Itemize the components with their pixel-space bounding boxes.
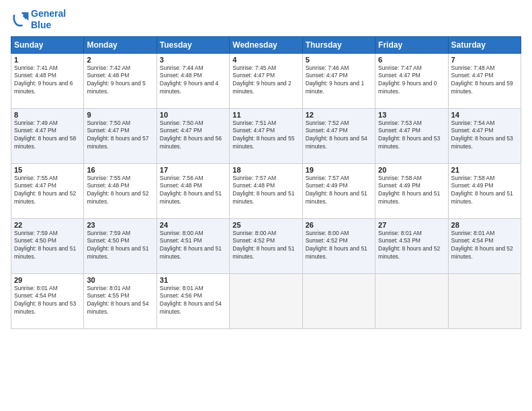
- day-number: 4: [232, 56, 299, 64]
- day-info: Sunrise: 7:50 AMSunset: 4:47 PMDaylight:…: [160, 120, 226, 152]
- calendar-cell: 8Sunrise: 7:49 AMSunset: 4:47 PMDaylight…: [11, 108, 84, 163]
- day-info: Sunrise: 7:51 AMSunset: 4:47 PMDaylight:…: [232, 120, 299, 152]
- calendar-cell: 26Sunrise: 8:00 AMSunset: 4:52 PMDayligh…: [302, 218, 375, 273]
- day-number: 12: [306, 111, 372, 119]
- day-info: Sunrise: 7:45 AMSunset: 4:47 PMDaylight:…: [232, 64, 299, 97]
- calendar-cell: 20Sunrise: 7:58 AMSunset: 4:49 PMDayligh…: [375, 163, 448, 218]
- day-number: 26: [306, 221, 372, 229]
- day-info: Sunrise: 7:46 AMSunset: 4:47 PMDaylight:…: [306, 64, 372, 97]
- calendar-cell: 29Sunrise: 8:01 AMSunset: 4:54 PMDayligh…: [11, 273, 84, 328]
- calendar-week-3: 15Sunrise: 7:55 AMSunset: 4:47 PMDayligh…: [11, 163, 521, 218]
- dow-header-monday: Monday: [84, 36, 157, 53]
- day-number: 1: [14, 56, 81, 64]
- calendar-cell: 24Sunrise: 8:00 AMSunset: 4:51 PMDayligh…: [157, 218, 229, 273]
- logo-icon: [11, 10, 30, 29]
- calendar-cell: [230, 273, 302, 328]
- day-info: Sunrise: 7:58 AMSunset: 4:49 PMDaylight:…: [378, 175, 445, 207]
- calendar-week-4: 22Sunrise: 7:59 AMSunset: 4:50 PMDayligh…: [11, 218, 521, 273]
- calendar-cell: 30Sunrise: 8:01 AMSunset: 4:55 PMDayligh…: [84, 273, 157, 328]
- day-info: Sunrise: 7:44 AMSunset: 4:48 PMDaylight:…: [160, 64, 226, 97]
- day-number: 31: [160, 276, 226, 284]
- day-info: Sunrise: 8:01 AMSunset: 4:53 PMDaylight:…: [378, 230, 445, 262]
- calendar-week-1: 1Sunrise: 7:41 AMSunset: 4:48 PMDaylight…: [11, 53, 521, 108]
- calendar-cell: 27Sunrise: 8:01 AMSunset: 4:53 PMDayligh…: [375, 218, 448, 273]
- calendar-cell: 10Sunrise: 7:50 AMSunset: 4:47 PMDayligh…: [157, 108, 229, 163]
- calendar-cell: 31Sunrise: 8:01 AMSunset: 4:56 PMDayligh…: [157, 273, 229, 328]
- day-number: 8: [14, 111, 81, 119]
- day-number: 20: [378, 166, 445, 174]
- dow-header-sunday: Sunday: [11, 36, 84, 53]
- day-info: Sunrise: 7:59 AMSunset: 4:50 PMDaylight:…: [87, 230, 153, 262]
- calendar-cell: 25Sunrise: 8:00 AMSunset: 4:52 PMDayligh…: [230, 218, 302, 273]
- calendar-cell: 23Sunrise: 7:59 AMSunset: 4:50 PMDayligh…: [84, 218, 157, 273]
- calendar-cell: 17Sunrise: 7:56 AMSunset: 4:48 PMDayligh…: [157, 163, 229, 218]
- calendar-cell: [448, 273, 521, 328]
- calendar-cell: [375, 273, 448, 328]
- day-number: 28: [451, 221, 518, 229]
- day-number: 25: [232, 221, 299, 229]
- day-info: Sunrise: 7:41 AMSunset: 4:48 PMDaylight:…: [14, 64, 81, 97]
- calendar-cell: 7Sunrise: 7:48 AMSunset: 4:47 PMDaylight…: [448, 53, 521, 108]
- day-info: Sunrise: 7:49 AMSunset: 4:47 PMDaylight:…: [14, 120, 81, 152]
- day-number: 9: [87, 111, 153, 119]
- header: General Blue: [11, 8, 521, 31]
- calendar-cell: 14Sunrise: 7:54 AMSunset: 4:47 PMDayligh…: [448, 108, 521, 163]
- calendar-table: SundayMondayTuesdayWednesdayThursdayFrid…: [11, 36, 521, 329]
- calendar-cell: 15Sunrise: 7:55 AMSunset: 4:47 PMDayligh…: [11, 163, 84, 218]
- day-info: Sunrise: 7:57 AMSunset: 4:49 PMDaylight:…: [306, 175, 372, 207]
- day-number: 29: [14, 276, 81, 284]
- dow-header-friday: Friday: [375, 36, 448, 53]
- calendar-cell: 11Sunrise: 7:51 AMSunset: 4:47 PMDayligh…: [230, 108, 302, 163]
- calendar-cell: 3Sunrise: 7:44 AMSunset: 4:48 PMDaylight…: [157, 53, 229, 108]
- calendar-cell: 16Sunrise: 7:55 AMSunset: 4:48 PMDayligh…: [84, 163, 157, 218]
- calendar-cell: 12Sunrise: 7:52 AMSunset: 4:47 PMDayligh…: [302, 108, 375, 163]
- calendar-cell: 28Sunrise: 8:01 AMSunset: 4:54 PMDayligh…: [448, 218, 521, 273]
- day-info: Sunrise: 7:57 AMSunset: 4:48 PMDaylight:…: [232, 175, 299, 207]
- day-info: Sunrise: 7:55 AMSunset: 4:48 PMDaylight:…: [87, 175, 153, 207]
- dow-header-wednesday: Wednesday: [230, 36, 302, 53]
- logo: General Blue: [11, 8, 66, 31]
- day-number: 16: [87, 166, 153, 174]
- calendar-cell: 9Sunrise: 7:50 AMSunset: 4:47 PMDaylight…: [84, 108, 157, 163]
- day-info: Sunrise: 8:00 AMSunset: 4:51 PMDaylight:…: [160, 230, 226, 262]
- day-info: Sunrise: 7:58 AMSunset: 4:49 PMDaylight:…: [451, 175, 518, 207]
- day-number: 27: [378, 221, 445, 229]
- day-number: 30: [87, 276, 153, 284]
- calendar-cell: 22Sunrise: 7:59 AMSunset: 4:50 PMDayligh…: [11, 218, 84, 273]
- day-number: 5: [306, 56, 372, 64]
- calendar-cell: 18Sunrise: 7:57 AMSunset: 4:48 PMDayligh…: [230, 163, 302, 218]
- day-number: 18: [232, 166, 299, 174]
- day-number: 19: [306, 166, 372, 174]
- calendar-week-5: 29Sunrise: 8:01 AMSunset: 4:54 PMDayligh…: [11, 273, 521, 328]
- dow-header-thursday: Thursday: [302, 36, 375, 53]
- day-number: 17: [160, 166, 226, 174]
- day-info: Sunrise: 8:00 AMSunset: 4:52 PMDaylight:…: [306, 230, 372, 262]
- calendar-cell: 4Sunrise: 7:45 AMSunset: 4:47 PMDaylight…: [230, 53, 302, 108]
- calendar-cell: 21Sunrise: 7:58 AMSunset: 4:49 PMDayligh…: [448, 163, 521, 218]
- calendar-cell: [302, 273, 375, 328]
- day-info: Sunrise: 7:52 AMSunset: 4:47 PMDaylight:…: [306, 120, 372, 152]
- day-info: Sunrise: 7:53 AMSunset: 4:47 PMDaylight:…: [378, 120, 445, 152]
- day-number: 22: [14, 221, 81, 229]
- day-info: Sunrise: 7:55 AMSunset: 4:47 PMDaylight:…: [14, 175, 81, 207]
- day-info: Sunrise: 7:56 AMSunset: 4:48 PMDaylight:…: [160, 175, 226, 207]
- day-number: 13: [378, 111, 445, 119]
- calendar-week-2: 8Sunrise: 7:49 AMSunset: 4:47 PMDaylight…: [11, 108, 521, 163]
- day-number: 24: [160, 221, 226, 229]
- days-of-week-row: SundayMondayTuesdayWednesdayThursdayFrid…: [11, 36, 521, 53]
- calendar-cell: 2Sunrise: 7:42 AMSunset: 4:48 PMDaylight…: [84, 53, 157, 108]
- day-info: Sunrise: 8:01 AMSunset: 4:54 PMDaylight:…: [451, 230, 518, 262]
- day-number: 7: [451, 56, 518, 64]
- day-number: 10: [160, 111, 226, 119]
- day-number: 14: [451, 111, 518, 119]
- day-info: Sunrise: 7:42 AMSunset: 4:48 PMDaylight:…: [87, 64, 153, 97]
- dow-header-tuesday: Tuesday: [157, 36, 229, 53]
- day-info: Sunrise: 7:48 AMSunset: 4:47 PMDaylight:…: [451, 64, 518, 97]
- day-number: 3: [160, 56, 226, 64]
- day-number: 6: [378, 56, 445, 64]
- dow-header-saturday: Saturday: [448, 36, 521, 53]
- day-number: 11: [232, 111, 299, 119]
- day-info: Sunrise: 8:01 AMSunset: 4:56 PMDaylight:…: [160, 285, 226, 317]
- day-number: 2: [87, 56, 153, 64]
- day-info: Sunrise: 7:50 AMSunset: 4:47 PMDaylight:…: [87, 120, 153, 152]
